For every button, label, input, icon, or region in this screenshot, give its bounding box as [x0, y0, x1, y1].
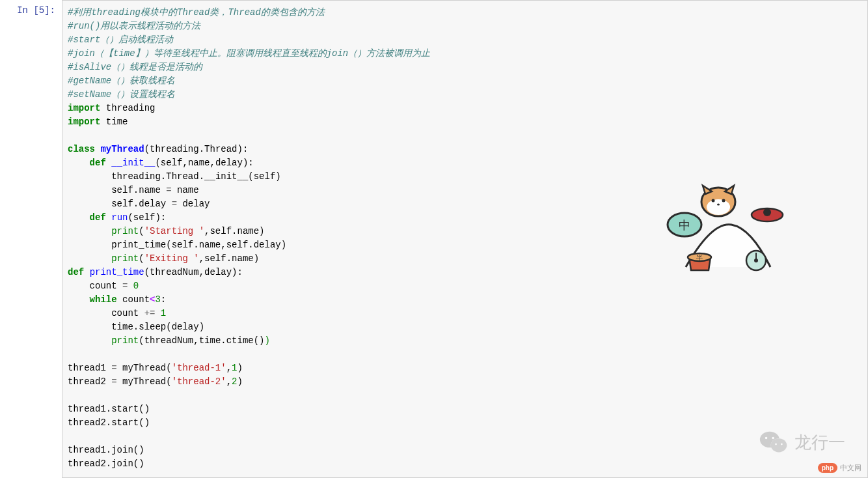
string-literal: 'Starting ' [144, 226, 204, 236]
comment-line: #利用threading模块中的Thread类，Thread的类包含的方法 [68, 7, 325, 18]
builtin-print: print [111, 253, 139, 264]
comment-line: #start（）启动线程活动 [68, 35, 173, 45]
number-literal: 1 [161, 308, 166, 318]
number-literal: 0 [133, 281, 139, 291]
function-name: print_time [90, 267, 144, 277]
comment-line: #isAlive（）线程是否是活动的 [68, 62, 202, 72]
svg-point-19 [775, 443, 777, 445]
keyword-import: import [68, 103, 100, 113]
input-prompt-label: In [5]: [17, 5, 55, 16]
keyword-def: def [68, 267, 84, 277]
svg-point-1 [763, 208, 771, 216]
variable: thread1 [68, 363, 106, 373]
php-badge: php [818, 463, 837, 473]
wechat-icon [759, 429, 788, 455]
svg-point-18 [772, 437, 774, 440]
module-name: threading [106, 103, 156, 113]
input-prompt-area: In [5]: [0, 0, 62, 478]
keyword-while: while [90, 294, 117, 305]
number-literal: 3 [155, 294, 160, 305]
svg-point-17 [765, 437, 768, 440]
keyword-import: import [68, 117, 100, 127]
comment-line: #setName（）设置线程名 [68, 89, 175, 100]
svg-point-20 [781, 443, 783, 445]
cat-watermark-icon: 中 半 [660, 182, 790, 280]
wechat-watermark: 龙行一 [759, 429, 845, 455]
class-name: myThread [100, 144, 144, 154]
php-text: 中文网 [840, 463, 861, 473]
comment-line: #join（【time】）等待至线程中止。阻塞调用线程直至线程的join（）方法… [68, 48, 430, 59]
php-logo-watermark: php 中文网 [818, 463, 861, 473]
module-name: time [106, 117, 128, 127]
variable: thread2 [68, 376, 106, 387]
svg-text:半: 半 [696, 254, 703, 261]
svg-point-6 [717, 204, 720, 206]
svg-text:中: 中 [679, 219, 690, 232]
string-literal: 'thread-2' [172, 376, 226, 387]
comment-line: #getName（）获取线程名 [68, 76, 175, 86]
string-literal: 'thread-1' [172, 363, 226, 373]
keyword-def: def [90, 158, 106, 168]
svg-point-3 [707, 199, 730, 215]
svg-point-4 [712, 199, 715, 203]
function-name: run [111, 212, 128, 223]
keyword-def: def [90, 212, 106, 223]
comment-line: #run()用以表示线程活动的方法 [68, 21, 200, 31]
string-literal: 'Exiting ' [144, 253, 199, 264]
builtin-print: print [111, 226, 139, 236]
svg-point-16 [771, 438, 787, 452]
function-name: __init__ [111, 158, 155, 168]
svg-point-5 [722, 199, 726, 203]
wechat-text: 龙行一 [794, 431, 845, 454]
keyword-class: class [68, 144, 95, 154]
builtin-print: print [111, 335, 139, 346]
